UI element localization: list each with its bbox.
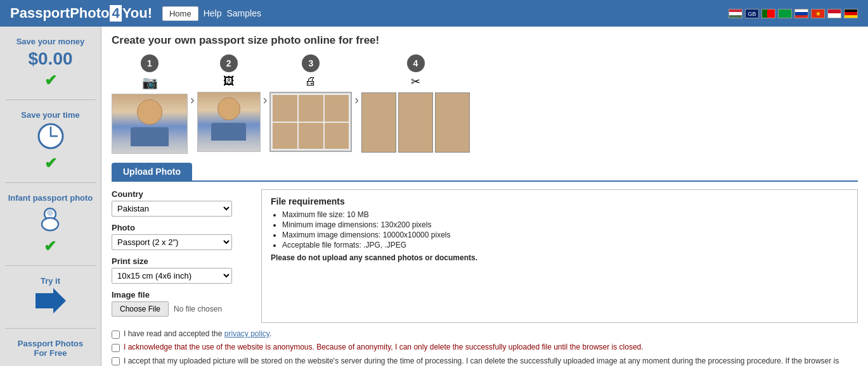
sidebar-save-time: Save your time ✔ <box>21 110 80 172</box>
svg-marker-6 <box>36 288 66 313</box>
logo: PassportPhoto 4 You! <box>10 5 152 22</box>
logo-4: 4 <box>110 5 121 22</box>
choose-file-button[interactable]: Choose File <box>112 301 169 317</box>
flag-ru[interactable] <box>794 9 808 18</box>
header: PassportPhoto 4 You! Home Help Samples G… <box>0 0 868 27</box>
step-3-icon: 🖨 <box>305 75 316 88</box>
privacy-checkbox[interactable] <box>112 331 120 339</box>
step-4-img-3 <box>435 92 470 153</box>
no-file-text: No file chosen <box>174 305 222 313</box>
flag-id[interactable] <box>827 9 841 18</box>
person-head-2 <box>217 98 240 120</box>
header-nav: Home Help Samples <box>162 6 261 21</box>
check-icon-infant: ✔ <box>44 237 56 255</box>
flag-pt[interactable] <box>761 9 775 18</box>
step-3-image <box>269 92 352 152</box>
check-icon-time: ✔ <box>44 155 57 172</box>
flag-de[interactable] <box>844 9 858 18</box>
image-file-label: Image file <box>112 290 251 300</box>
requirements-list: Maximum file size: 10 MB Minimum image d… <box>271 210 848 249</box>
privacy-policy-link[interactable]: privacy policy <box>224 329 269 338</box>
try-label: Try it <box>41 276 60 286</box>
step-4-number: 4 <box>407 54 425 72</box>
grid-cell-2 <box>299 95 323 122</box>
req-item-1: Maximum file size: 10 MB <box>282 210 848 219</box>
flag-cn[interactable]: ★ <box>811 9 825 18</box>
baby-container <box>8 205 93 235</box>
country-select[interactable]: Pakistan <box>112 201 232 217</box>
step-2-number: 2 <box>220 54 238 72</box>
page-title: Create your own passport size photo onli… <box>112 34 858 47</box>
divider-4 <box>5 328 96 329</box>
save-time-label: Save your time <box>21 110 80 120</box>
flag-gb[interactable]: GB <box>745 9 759 18</box>
divider-1 <box>5 99 96 100</box>
requirements-box: File requirements Maximum file size: 10 … <box>261 189 858 323</box>
anon-text: I acknowledge that the use of the websit… <box>124 343 644 351</box>
person-body-1 <box>131 127 169 146</box>
privacy-row: I have read and accepted the privacy pol… <box>112 329 858 339</box>
content-area: Create your own passport size photo onli… <box>101 27 868 366</box>
bottom-label-1: Passport Photos <box>18 339 83 348</box>
svg-point-4 <box>47 210 53 216</box>
tab-bar: Upload Photo <box>112 163 858 182</box>
step-2-image <box>197 92 261 152</box>
sidebar-try: Try it <box>36 276 66 318</box>
person-photo-2 <box>198 92 260 151</box>
sidebar-infant: Infant passport photo ✔ <box>8 193 93 255</box>
arrow-right-icon <box>36 288 66 313</box>
flag-br[interactable] <box>778 9 792 18</box>
step-4-icon: ✂ <box>411 75 420 89</box>
requirements-warning: Please do not upload any scanned photos … <box>271 253 848 262</box>
photo-select[interactable]: Passport (2 x 2") <box>112 234 232 250</box>
step-4-images <box>361 92 470 153</box>
step-2: 2 🖼 <box>197 54 261 152</box>
person-photo-1 <box>112 94 187 153</box>
divider-3 <box>5 265 96 266</box>
step-arrow-1: › <box>190 92 195 107</box>
step-arrow-3: › <box>354 92 359 107</box>
photo-label: Photo <box>112 223 251 232</box>
person-head-1 <box>137 99 162 125</box>
clock-container <box>21 122 80 152</box>
file-row: Choose File No file chosen <box>112 301 251 317</box>
bottom-label-2: For Free <box>18 348 83 358</box>
baby-icon <box>36 205 64 233</box>
step-3: 3 🖨 <box>269 54 352 152</box>
grid-cell-6 <box>325 123 349 149</box>
sidebar: Save your money $0.00 ✔ Save your time ✔… <box>0 27 101 366</box>
samples-link[interactable]: Samples <box>226 8 261 18</box>
price-amount: $0.00 <box>16 49 85 69</box>
header-left: PassportPhoto 4 You! Home Help Samples <box>10 5 261 22</box>
infant-label: Infant passport photo <box>8 193 93 203</box>
privacy-prefix: I have read and accepted the <box>124 329 222 338</box>
step-4-img-1 <box>361 92 396 153</box>
arrow-container <box>36 288 66 315</box>
flag-hu[interactable] <box>729 9 742 18</box>
help-link[interactable]: Help <box>204 8 222 18</box>
sidebar-save-money: Save your money $0.00 ✔ <box>16 37 85 89</box>
requirements-title: File requirements <box>271 196 848 206</box>
step-1-number: 1 <box>141 54 159 72</box>
req-item-3: Maximum image dimensions: 10000x10000 pi… <box>282 230 848 239</box>
anon-checkbox[interactable] <box>112 344 120 352</box>
grid-cell-1 <box>273 95 297 122</box>
image-file-group: Image file Choose File No file chosen <box>112 290 251 317</box>
logo-text-part1: PassportPhoto <box>10 5 109 22</box>
step-4: 4 ✂ <box>361 54 470 153</box>
country-group: Country Pakistan <box>112 189 251 217</box>
flags-row: GB ★ <box>729 9 858 18</box>
anon-row: I acknowledge that the use of the websit… <box>112 343 858 352</box>
form-section: Country Pakistan Photo Passport (2 x 2")… <box>112 189 251 323</box>
step-arrow-2: › <box>263 92 268 107</box>
storage-checkbox[interactable] <box>112 357 120 365</box>
home-button[interactable]: Home <box>162 6 198 21</box>
tab-upload-photo[interactable]: Upload Photo <box>112 163 192 180</box>
print-size-select[interactable]: 10x15 cm (4x6 inch) <box>112 268 232 284</box>
logo-text-part2: You! <box>122 5 152 22</box>
form-requirements-row: Country Pakistan Photo Passport (2 x 2")… <box>112 189 858 323</box>
sidebar-bottom: Passport Photos For Free <box>18 339 83 358</box>
save-money-label: Save your money <box>16 37 85 46</box>
grid-cell-3 <box>325 95 349 122</box>
print-size-group: Print size 10x15 cm (4x6 inch) <box>112 256 251 284</box>
